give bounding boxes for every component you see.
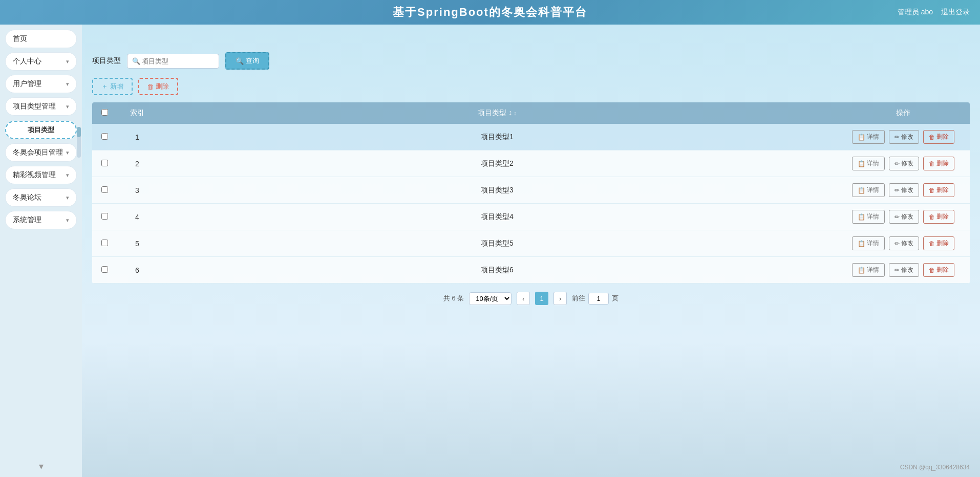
chevron-down-icon: ▾ xyxy=(66,103,69,110)
detail-button[interactable]: 📋 详情 xyxy=(852,210,885,224)
search-bar: 项目类型 🔍 🔍 查询 xyxy=(92,50,970,72)
page-next-button[interactable]: › xyxy=(553,292,567,305)
sidebar-item-user-mgmt[interactable]: 用户管理 ▾ xyxy=(5,75,77,93)
sidebar-item-video-mgmt[interactable]: 精彩视频管理 ▾ xyxy=(5,166,77,184)
sidebar-item-type-mgmt[interactable]: 项目类型管理 ▾ xyxy=(5,97,77,116)
modify-button[interactable]: ✏ 修改 xyxy=(889,210,919,224)
sidebar-item-home[interactable]: 首页 xyxy=(5,30,77,48)
search-label: 项目类型 xyxy=(92,56,121,66)
chevron-down-icon: ▾ xyxy=(66,58,69,65)
detail-label: 详情 xyxy=(867,266,879,274)
row-delete-button[interactable]: 🗑 删除 xyxy=(923,183,954,197)
detail-button[interactable]: 📋 详情 xyxy=(852,183,885,197)
row-delete-label: 删除 xyxy=(936,186,949,194)
row-checkbox[interactable] xyxy=(101,133,108,140)
add-button[interactable]: ＋ 新增 xyxy=(92,78,133,95)
row-checkbox[interactable] xyxy=(101,186,108,193)
sidebar-scrollbar[interactable] xyxy=(77,127,81,158)
page-current[interactable]: 1 xyxy=(535,292,548,305)
sidebar-item-forum-label: 冬奥论坛 xyxy=(13,193,41,202)
row-index: 2 xyxy=(117,150,158,177)
row-delete-label: 删除 xyxy=(936,239,949,248)
row-type: 项目类型4 xyxy=(158,204,837,230)
row-delete-button[interactable]: 🗑 删除 xyxy=(923,157,954,170)
modify-label: 修改 xyxy=(901,159,913,168)
modify-icon: ✏ xyxy=(894,240,900,247)
row-delete-icon: 🗑 xyxy=(929,213,935,221)
search-input[interactable] xyxy=(127,54,219,69)
sidebar-item-type-sub-label: 项目类型 xyxy=(28,126,54,134)
modify-button[interactable]: ✏ 修改 xyxy=(889,183,919,197)
sidebar: 首页 个人中心 ▾ 用户管理 ▾ 项目类型管理 ▾ 项目类型 冬奥会项目管理 ▾… xyxy=(0,25,82,477)
table-body: 1 项目类型1 📋 详情 ✏ 修改 🗑 删除 2 xyxy=(92,124,970,284)
query-button[interactable]: 🔍 查询 xyxy=(225,52,269,70)
detail-button[interactable]: 📋 详情 xyxy=(852,263,885,277)
modify-icon: ✏ xyxy=(894,267,900,274)
detail-icon: 📋 xyxy=(858,267,865,274)
data-table-wrap: 索引 项目类型 ↕ 操作 1 项目类型1 📋 详情 xyxy=(92,102,970,284)
row-checkbox[interactable] xyxy=(101,240,108,246)
page-goto-input[interactable] xyxy=(588,293,609,305)
row-type: 项目类型6 xyxy=(158,257,837,284)
row-type: 项目类型5 xyxy=(158,230,837,257)
row-index: 1 xyxy=(117,124,158,150)
modify-button[interactable]: ✏ 修改 xyxy=(889,130,919,144)
select-all-checkbox[interactable] xyxy=(101,109,108,116)
page-size-select[interactable]: 10条/页 20条/页 50条/页 xyxy=(469,292,512,305)
row-delete-icon: 🗑 xyxy=(929,187,935,194)
row-delete-label: 删除 xyxy=(936,133,949,141)
detail-icon: 📋 xyxy=(858,187,865,194)
header-user-area: 管理员 abo 退出登录 xyxy=(898,8,970,17)
row-delete-icon: 🗑 xyxy=(929,267,935,274)
search-icon: 🔍 xyxy=(132,57,140,65)
modify-icon: ✏ xyxy=(894,134,900,141)
row-delete-button[interactable]: 🗑 删除 xyxy=(923,130,954,144)
row-checkbox[interactable] xyxy=(101,213,108,220)
row-checkbox-cell xyxy=(92,204,117,230)
table-header-index: 索引 xyxy=(117,102,158,124)
row-checkbox-cell xyxy=(92,124,117,150)
delete-label: 删除 xyxy=(156,82,169,91)
page-goto: 前往 页 xyxy=(572,293,619,305)
detail-button[interactable]: 📋 详情 xyxy=(852,236,885,250)
row-type: 项目类型1 xyxy=(158,124,837,150)
footer-watermark: CSDN @qq_3306428634 xyxy=(900,464,970,471)
row-delete-button[interactable]: 🗑 删除 xyxy=(923,236,954,250)
query-label: 查询 xyxy=(246,56,259,66)
row-delete-button[interactable]: 🗑 删除 xyxy=(923,263,954,277)
row-checkbox[interactable] xyxy=(101,160,108,166)
sidebar-item-sys-mgmt[interactable]: 系统管理 ▾ xyxy=(5,211,77,229)
table-header-ops: 操作 xyxy=(837,102,970,124)
row-index: 6 xyxy=(117,257,158,284)
row-index: 5 xyxy=(117,230,158,257)
sidebar-item-winter-mgmt-label: 冬奥会项目管理 xyxy=(13,148,63,157)
row-delete-label: 删除 xyxy=(936,266,949,274)
page-prev-button[interactable]: ‹ xyxy=(517,292,530,305)
detail-button[interactable]: 📋 详情 xyxy=(852,157,885,170)
table-header-type[interactable]: 项目类型 ↕ xyxy=(158,102,837,124)
row-checkbox[interactable] xyxy=(101,266,108,273)
chevron-down-icon: ▾ xyxy=(66,217,69,224)
modify-button[interactable]: ✏ 修改 xyxy=(889,157,919,170)
modify-button[interactable]: ✏ 修改 xyxy=(889,263,919,277)
sidebar-item-personal[interactable]: 个人中心 ▾ xyxy=(5,52,77,71)
sidebar-item-forum[interactable]: 冬奥论坛 ▾ xyxy=(5,188,77,207)
sidebar-item-type-sub[interactable]: 项目类型 xyxy=(5,121,77,139)
bulk-delete-button[interactable]: 🗑 删除 xyxy=(138,78,178,95)
sidebar-scroll-down: ▾ xyxy=(5,461,77,472)
row-ops: 📋 详情 ✏ 修改 🗑 删除 xyxy=(837,150,970,177)
modify-label: 修改 xyxy=(901,133,913,141)
detail-button[interactable]: 📋 详情 xyxy=(852,130,885,144)
row-checkbox-cell xyxy=(92,230,117,257)
row-ops: 📋 详情 ✏ 修改 🗑 删除 xyxy=(837,204,970,230)
modify-icon: ✏ xyxy=(894,160,900,167)
table-row: 3 项目类型3 📋 详情 ✏ 修改 🗑 删除 xyxy=(92,177,970,204)
sidebar-item-winter-mgmt[interactable]: 冬奥会项目管理 ▾ xyxy=(5,143,77,162)
modify-button[interactable]: ✏ 修改 xyxy=(889,236,919,250)
modify-icon: ✏ xyxy=(894,187,900,194)
main-content: 项目类型 🔍 🔍 查询 ＋ 新增 🗑 删除 xyxy=(82,50,980,315)
logout-button[interactable]: 退出登录 xyxy=(941,8,970,17)
detail-label: 详情 xyxy=(867,212,879,221)
row-delete-button[interactable]: 🗑 删除 xyxy=(923,210,954,224)
pagination: 共 6 条 10条/页 20条/页 50条/页 ‹ 1 › 前往 页 xyxy=(92,292,970,305)
